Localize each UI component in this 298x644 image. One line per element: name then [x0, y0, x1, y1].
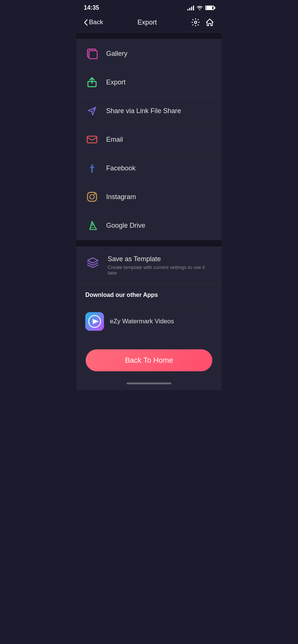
- app-icon-ezy: [85, 312, 104, 331]
- svg-rect-2: [89, 51, 97, 59]
- svg-point-10: [91, 224, 93, 226]
- share-label: Share via Link File Share: [106, 107, 181, 115]
- back-label: Back: [89, 19, 103, 26]
- googledrive-icon: [85, 219, 99, 232]
- menu-item-gallery[interactable]: Gallery: [76, 39, 222, 68]
- facebook-label: Facebook: [106, 164, 136, 172]
- facebook-icon: [85, 161, 99, 175]
- menu-section: Gallery Export Share via Link File Share: [76, 39, 222, 240]
- template-text: Save as Template Create template with cu…: [108, 255, 213, 276]
- home-indicator-bar: [127, 382, 171, 384]
- template-title: Save as Template: [108, 255, 213, 263]
- menu-item-googledrive[interactable]: Google Drive: [76, 211, 222, 240]
- svg-point-8: [90, 195, 94, 199]
- back-to-home-button[interactable]: Back To Home: [86, 349, 212, 371]
- share-icon: [85, 104, 99, 118]
- export-label: Export: [106, 79, 126, 86]
- gallery-icon: [85, 47, 99, 60]
- googledrive-label: Google Drive: [106, 222, 145, 230]
- signal-icon: [187, 5, 194, 10]
- svg-point-0: [194, 21, 197, 23]
- email-icon: [85, 133, 99, 146]
- instagram-icon: [85, 190, 99, 204]
- home-button[interactable]: [205, 18, 214, 27]
- back-button[interactable]: Back: [84, 19, 103, 26]
- template-section: Save as Template Create template with cu…: [76, 247, 222, 284]
- download-divider: [85, 303, 213, 303]
- middle-spacer: [76, 240, 222, 247]
- wifi-icon: [196, 5, 203, 10]
- settings-button[interactable]: [191, 18, 200, 27]
- layers-icon: [85, 255, 100, 269]
- svg-rect-6: [87, 136, 97, 143]
- home-indicator: [76, 379, 222, 390]
- app-item-ezy[interactable]: eZy Watermark Videos: [85, 308, 213, 338]
- battery-icon: [205, 6, 214, 10]
- download-section-title: Download our other Apps: [85, 292, 213, 298]
- instagram-label: Instagram: [106, 193, 136, 201]
- status-time: 14:35: [84, 4, 99, 11]
- download-section: Download our other Apps eZy Watermark Vi…: [76, 284, 222, 338]
- email-label: Email: [106, 136, 123, 144]
- template-item[interactable]: Save as Template Create template with cu…: [76, 247, 222, 284]
- gallery-label: Gallery: [106, 50, 127, 58]
- menu-item-email[interactable]: Email: [76, 125, 222, 154]
- status-icons: [187, 5, 214, 10]
- nav-actions: [191, 18, 214, 27]
- menu-item-facebook[interactable]: Facebook: [76, 154, 222, 183]
- nav-title: Export: [137, 19, 157, 26]
- status-bar: 14:35: [76, 0, 222, 14]
- menu-item-export[interactable]: Export: [76, 68, 222, 97]
- app-name-ezy: eZy Watermark Videos: [110, 318, 174, 325]
- export-icon: [85, 76, 99, 89]
- nav-bar: Back Export: [76, 14, 222, 32]
- template-subtitle: Create template with current settings to…: [108, 265, 213, 276]
- footer-button-container: Back To Home: [76, 338, 222, 379]
- top-spacer: [76, 32, 222, 39]
- menu-item-share[interactable]: Share via Link File Share: [76, 97, 222, 125]
- menu-item-instagram[interactable]: Instagram: [76, 183, 222, 211]
- svg-point-9: [94, 193, 95, 195]
